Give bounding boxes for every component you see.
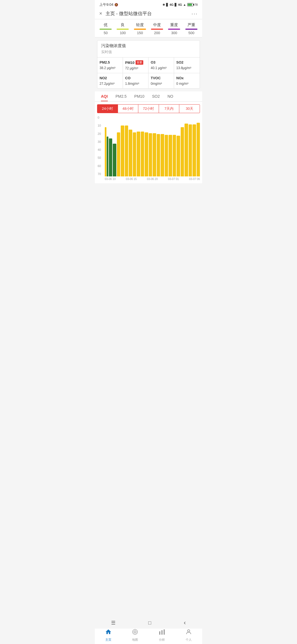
time-filter-4[interactable]: 30天 xyxy=(179,104,200,113)
time-filter-3[interactable]: 7天内 xyxy=(159,104,180,113)
aqi-item-重度: 重度 300 xyxy=(168,23,180,35)
pollution-cell-tvoc: TVOC 0mg/m³ xyxy=(148,73,174,88)
bar-yellow-9 xyxy=(141,132,144,176)
x-label-2: 03-06 20 xyxy=(147,178,158,181)
bar-group-11 xyxy=(149,133,152,176)
bar-yellow-8 xyxy=(137,132,140,176)
bar-group-15 xyxy=(165,135,168,176)
time-filter: 24小时48小时72小时7天内30天 xyxy=(95,102,202,116)
bar-group-18 xyxy=(177,136,180,176)
x-axis: 03-06 1003-06 1503-06 2003-07 0103-07 06 xyxy=(105,176,200,181)
bar-group-3 xyxy=(117,132,120,176)
bars-wrapper xyxy=(105,116,200,176)
mute-icon: 🔕 xyxy=(114,3,118,7)
aqi-color-bar xyxy=(168,29,180,30)
aqi-color-bar xyxy=(185,29,197,30)
bar-group-10 xyxy=(145,132,148,176)
pollution-grid: PM2.5 38.2 μg/m³ PM10首要 72 μg/m³ O3 40.1… xyxy=(97,57,200,88)
bar-yellow-12 xyxy=(153,133,156,176)
bar-group-9 xyxy=(141,132,144,176)
more-button[interactable]: ··· xyxy=(191,10,198,17)
bar-group-22 xyxy=(193,124,196,176)
bar-yellow-3 xyxy=(117,132,120,176)
chart-container xyxy=(105,116,200,176)
bar-group-0 xyxy=(105,127,108,176)
aqi-item-良: 良 100 xyxy=(117,23,129,35)
pollution-cell-co: CO 1.8mg/m³ xyxy=(123,73,148,88)
time-filter-1[interactable]: 48小时 xyxy=(118,104,139,113)
signal-icon2: ▊ xyxy=(175,3,177,7)
title-bar: × 主页 - 微型站微信平台 ··· xyxy=(95,8,202,19)
x-label-3: 03-07 01 xyxy=(168,178,179,181)
bar-yellow-23 xyxy=(197,123,200,176)
status-bar: 上午9:04 🔕 ✱ ▊ 4G ▊ 4G ▲ 78 xyxy=(95,0,202,8)
network-4g2: 4G xyxy=(178,3,182,6)
bar-yellow-21 xyxy=(189,124,192,176)
page-title: 主页 - 微型站微信平台 xyxy=(106,10,192,17)
bar-green-1 xyxy=(109,138,112,176)
bar-group-23 xyxy=(197,123,200,176)
chart-tab-pm2.5[interactable]: PM2.5 xyxy=(112,91,130,101)
bar-group-6 xyxy=(129,130,132,176)
x-label-1: 03-06 15 xyxy=(126,178,137,181)
network-4g: 4G xyxy=(169,3,174,6)
bar-group-20 xyxy=(185,124,188,176)
bar-group-4 xyxy=(121,125,124,176)
chart-section: AQIPM2.5PM10SO2NO 24小时48小时72小时7天内30天 70 … xyxy=(95,91,202,183)
y-axis: 70 60 50 40 30 20 10 0 xyxy=(97,116,101,176)
bar-yellow-14 xyxy=(161,134,164,176)
chart-tab-aqi[interactable]: AQI xyxy=(97,91,112,101)
chart-tab-no[interactable]: NO xyxy=(164,91,177,101)
pollution-title: 污染物浓度值 xyxy=(97,40,200,50)
pollution-cell-o3: O3 40.1 μg/m³ xyxy=(148,58,174,73)
pollution-cell-nox: NOx 0 mg/m³ xyxy=(174,73,200,88)
pollution-subtitle: 实时值 xyxy=(97,50,200,57)
bar-yellow-10 xyxy=(145,132,148,176)
bar-yellow-11 xyxy=(149,133,152,176)
bar-group-17 xyxy=(173,135,176,176)
chart-tab-so2[interactable]: SO2 xyxy=(148,91,164,101)
aqi-item-中度: 中度 200 xyxy=(151,23,163,35)
bar-yellow-19 xyxy=(181,127,184,176)
bar-yellow-15 xyxy=(165,135,168,176)
bar-yellow-13 xyxy=(157,134,160,176)
time-filter-0[interactable]: 24小时 xyxy=(97,104,118,113)
bar-yellow-17 xyxy=(173,135,176,176)
pollution-card: 污染物浓度值 实时值 PM2.5 38.2 μg/m³ PM10首要 72 μg… xyxy=(97,40,200,89)
aqi-item-轻度: 轻度 150 xyxy=(134,23,146,35)
bar-yellow-0 xyxy=(105,127,106,176)
aqi-scale-bar: 优 50 良 100 轻度 150 中度 200 重度 300 严重 500 xyxy=(95,19,202,37)
chart-tabs: AQIPM2.5PM10SO2NO xyxy=(95,91,202,102)
bar-group-2 xyxy=(113,144,116,176)
bar-yellow-4 xyxy=(121,125,124,176)
x-label-0: 03-06 10 xyxy=(105,178,116,181)
bar-yellow-20 xyxy=(185,124,188,176)
bluetooth-icon: ✱ xyxy=(163,3,165,7)
aqi-color-bar xyxy=(100,29,112,30)
aqi-color-bar xyxy=(117,29,129,30)
close-button[interactable]: × xyxy=(99,11,102,17)
aqi-color-bar xyxy=(134,29,146,30)
bar-yellow-5 xyxy=(125,125,128,176)
bar-group-7 xyxy=(133,132,136,176)
bar-group-16 xyxy=(169,135,172,176)
bar-yellow-16 xyxy=(169,135,172,176)
status-time: 上午9:04 xyxy=(99,2,113,7)
time-filter-2[interactable]: 72小时 xyxy=(138,104,159,113)
pollution-cell-pm10: PM10首要 72 μg/m³ xyxy=(123,58,148,73)
x-label-4: 03-07 06 xyxy=(189,178,200,181)
aqi-item-严重: 严重 500 xyxy=(185,23,197,35)
aqi-item-优: 优 50 xyxy=(100,23,112,35)
signal-icon: ▊ xyxy=(166,3,168,7)
bar-green-2 xyxy=(113,144,116,176)
battery-percent: 78 xyxy=(194,3,198,6)
bar-group-1 xyxy=(109,138,112,176)
first-badge: 首要 xyxy=(136,60,143,65)
bar-yellow-18 xyxy=(177,136,180,176)
chart-area: 70 60 50 40 30 20 10 0 03-06 1003-06 150… xyxy=(95,116,202,183)
bar-group-21 xyxy=(189,124,192,176)
chart-tab-pm10[interactable]: PM10 xyxy=(130,91,148,101)
pollution-cell-so2: SO2 13.8μg/m³ xyxy=(174,58,200,73)
wifi-icon: ▲ xyxy=(183,3,186,6)
bar-group-19 xyxy=(181,127,184,176)
